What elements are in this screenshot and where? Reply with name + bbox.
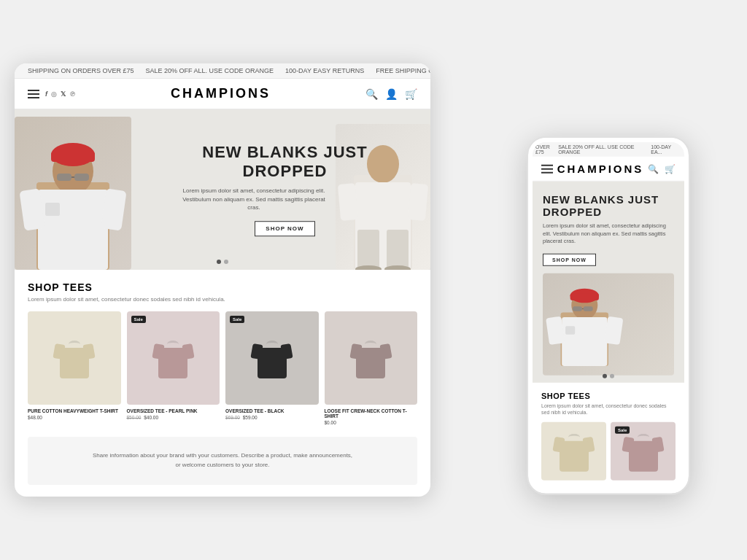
product-card-1[interactable]: PURE COTTON HEAVYWEIGHT T-SHIRT $48.00 xyxy=(28,311,121,425)
mobile-hero-title: NEW BLANKS JUST DROPPED xyxy=(543,193,674,218)
svg-rect-4 xyxy=(57,174,71,181)
mobile-hero-person xyxy=(543,273,674,375)
mobile-hero-cta-button[interactable]: SHOP NOW xyxy=(543,253,596,265)
mobile-product-img-2[interactable]: Sale xyxy=(611,422,676,481)
shop-tees-title: SHOP TEES xyxy=(28,281,417,293)
mobile-nav-icons: 🔍 🛒 xyxy=(648,163,676,174)
mobile-dot-2[interactable] xyxy=(610,373,614,378)
product-price-1: $48.00 xyxy=(28,415,121,420)
product-price-4: $0.00 xyxy=(325,420,418,425)
account-icon[interactable]: 👤 xyxy=(385,88,398,100)
announcement-item-3: 100-DAY EASY RETURNS xyxy=(279,67,370,74)
mobile-hero-dots xyxy=(603,373,614,378)
mobile-ann-2: SALE 20% OFF ALL. USE CODE ORANGE xyxy=(558,144,651,155)
svg-rect-3 xyxy=(51,152,95,162)
nav-right: 🔍 👤 🛒 xyxy=(365,88,417,100)
mobile-person-svg xyxy=(543,273,674,375)
social-icons: f ◎ 𝕏 ℗ xyxy=(45,90,76,98)
tshirt-black xyxy=(252,338,292,378)
info-text: Share information about your brand with … xyxy=(42,451,403,470)
announcement-item-1: SHIPPING ON ORDERS OVER £75 xyxy=(22,67,140,74)
hero-banner: NEW BLANKS JUST DROPPED Lorem ipsum dolo… xyxy=(15,109,430,270)
mobile-tshirt-pink xyxy=(623,431,663,471)
svg-rect-10 xyxy=(45,203,60,216)
price-1: $48.00 xyxy=(28,415,42,420)
hero-figure-left xyxy=(15,117,131,270)
sale-badge-2: Sale xyxy=(131,316,146,323)
svg-rect-27 xyxy=(562,316,607,365)
tshirt-beige xyxy=(54,338,94,378)
nav-left: f ◎ 𝕏 ℗ xyxy=(28,90,76,98)
svg-rect-17 xyxy=(387,230,409,270)
info-bar: Share information about your brand with … xyxy=(28,437,417,485)
mobile-cart-icon[interactable]: 🛒 xyxy=(665,163,676,174)
tshirt-pink xyxy=(153,338,193,378)
mobile-ann-1: OVER £75 xyxy=(535,144,558,155)
product-card-4[interactable]: LOOSE FIT CREW-NECK COTTON T-SHIRT $0.00 xyxy=(325,311,418,425)
brand-logo[interactable]: CHAMPIONS xyxy=(171,86,271,101)
mobile-mockup: OVER £75 SALE 20% OFF ALL. USE CODE ORAN… xyxy=(528,138,689,494)
tshirt-mauve xyxy=(351,338,391,378)
hamburger-icon[interactable] xyxy=(28,90,39,98)
mobile-announcement: OVER £75 SALE 20% OFF ALL. USE CODE ORAN… xyxy=(533,142,684,157)
facebook-icon[interactable]: f xyxy=(45,90,47,98)
product-name-1: PURE COTTON HEAVYWEIGHT T-SHIRT xyxy=(28,408,121,413)
svg-rect-23 xyxy=(570,293,599,300)
desktop-mockup: SHIPPING ON ORDERS OVER £75 SALE 20% OFF… xyxy=(15,63,430,496)
svg-rect-25 xyxy=(584,306,593,311)
mobile-hero-subtitle: Lorem ipsum dolor sit amet, consectetur … xyxy=(543,222,674,246)
mobile-hero: NEW BLANKS JUST DROPPED Lorem ipsum dolo… xyxy=(533,182,684,383)
shop-tees-section: SHOP TEES Lorem ipsum dolor sit amet, co… xyxy=(15,270,430,437)
hero-subtitle: Lorem ipsum dolor sit amet, consectetur … xyxy=(181,187,327,212)
mobile-search-icon[interactable]: 🔍 xyxy=(648,163,659,174)
mobile-hamburger-icon[interactable] xyxy=(541,164,553,173)
pinterest-icon[interactable]: ℗ xyxy=(69,90,76,98)
announcement-bar: SHIPPING ON ORDERS OVER £75 SALE 20% OFF… xyxy=(15,63,430,79)
svg-rect-15 xyxy=(408,184,428,222)
mobile-dot-1[interactable] xyxy=(603,373,607,378)
sale-badge-3: Sale xyxy=(230,316,244,323)
mobile-products-grid: Sale xyxy=(541,422,676,481)
product-img-4 xyxy=(325,311,418,405)
desktop-nav: f ◎ 𝕏 ℗ CHAMPIONS 🔍 👤 🛒 xyxy=(15,79,430,109)
price-4: $0.00 xyxy=(325,420,336,425)
price-2: $40.00 xyxy=(144,415,158,420)
product-price-2: $50.00 $40.00 xyxy=(127,415,220,420)
price-3: $59.00 xyxy=(243,415,258,420)
page-wrapper: SHIPPING ON ORDERS OVER £75 SALE 20% OFF… xyxy=(15,63,732,496)
svg-rect-30 xyxy=(565,326,575,334)
mobile-ann-3: 100-DAY EA... xyxy=(651,144,681,155)
mobile-hero-text: NEW BLANKS JUST DROPPED Lorem ipsum dolo… xyxy=(543,193,674,266)
mobile-product-img-1[interactable] xyxy=(541,422,606,481)
svg-rect-24 xyxy=(573,306,582,311)
person-left-svg xyxy=(15,117,131,270)
product-name-4: LOOSE FIT CREW-NECK COTTON T-SHIRT xyxy=(325,408,418,419)
old-price-2: $50.00 xyxy=(127,415,142,420)
hero-cta-button[interactable]: SHOP NOW xyxy=(255,221,314,236)
hero-dot-1[interactable] xyxy=(217,260,221,264)
instagram-icon[interactable]: ◎ xyxy=(51,90,57,98)
hero-text-block: NEW BLANKS JUST DROPPED Lorem ipsum dolo… xyxy=(181,144,389,237)
product-card-2[interactable]: Sale OVERSIZED TEE - PEARL PINK $50.00 $… xyxy=(127,311,220,425)
announcement-item-2: SALE 20% OFF ALL. USE CODE ORANGE xyxy=(140,67,280,74)
svg-rect-5 xyxy=(74,174,89,181)
svg-rect-7 xyxy=(38,190,108,270)
product-name-2: OVERSIZED TEE - PEARL PINK xyxy=(127,408,220,413)
product-img-2: Sale xyxy=(127,311,220,405)
announcement-item-4: FREE SHIPPING ON ORDERS OVER £75 xyxy=(370,67,430,74)
mobile-tshirt-beige xyxy=(554,431,594,471)
product-img-1 xyxy=(28,311,121,405)
cart-icon[interactable]: 🛒 xyxy=(405,88,417,100)
product-price-3: $69.00 $59.00 xyxy=(225,415,319,420)
mobile-brand-logo[interactable]: CHAMPIONS xyxy=(557,163,644,175)
product-card-3[interactable]: Sale OVERSIZED TEE - BLACK $69.00 $59.00 xyxy=(225,311,319,425)
hero-dots xyxy=(217,260,228,264)
product-img-3: Sale xyxy=(225,311,319,405)
hero-dot-2[interactable] xyxy=(224,260,228,264)
twitter-icon[interactable]: 𝕏 xyxy=(61,90,66,98)
old-price-3: $69.00 xyxy=(225,415,240,420)
mobile-shop-tees-title: SHOP TEES xyxy=(541,391,676,400)
shop-tees-desc: Lorem ipsum dolor sit amet, consectetur … xyxy=(28,296,417,303)
search-icon[interactable]: 🔍 xyxy=(365,88,378,100)
info-text-1: Share information about your brand with … xyxy=(93,452,352,459)
